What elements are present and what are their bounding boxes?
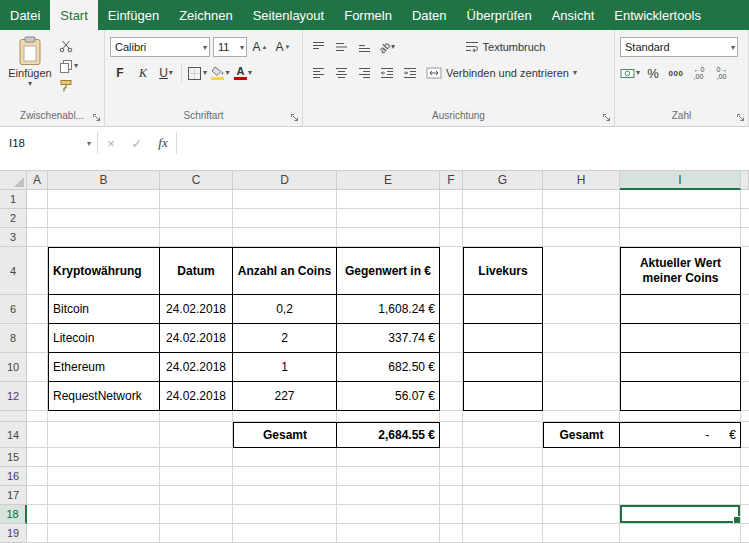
number-format-select[interactable]: Standard ▾	[620, 37, 738, 57]
percent-style-button[interactable]: %	[643, 62, 663, 84]
cell-E1[interactable]	[337, 190, 440, 209]
cell-F17[interactable]	[440, 486, 463, 505]
cell-A4[interactable]	[27, 247, 48, 295]
copy-button[interactable]: ▾	[59, 57, 79, 75]
name-box[interactable]: I18 ▾	[0, 131, 97, 155]
wrap-text-button[interactable]: Textumbruch	[462, 36, 549, 58]
column-header-H[interactable]: H	[543, 171, 620, 190]
cell-B18[interactable]	[48, 505, 160, 524]
cell-D6[interactable]: 0,2	[233, 295, 337, 324]
cell-E3[interactable]	[337, 228, 440, 247]
row-header-1[interactable]: 1	[0, 190, 27, 209]
row-header-12[interactable]: 12	[0, 382, 27, 411]
format-painter-button[interactable]	[59, 77, 79, 95]
cell-blank[interactable]	[741, 382, 749, 411]
cell-C12[interactable]: 24.02.2018	[160, 382, 233, 411]
cell-A3[interactable]	[27, 228, 48, 247]
cell-blank[interactable]	[741, 422, 749, 448]
font-size-select[interactable]: 11 ▾	[213, 37, 247, 57]
cell-I3[interactable]	[620, 228, 741, 247]
comma-style-button[interactable]: 000	[666, 62, 686, 84]
cell-G18[interactable]	[463, 505, 543, 524]
cell-G6[interactable]	[463, 295, 543, 324]
tab-datei[interactable]: Datei	[0, 0, 50, 30]
cell-H2[interactable]	[543, 209, 620, 228]
cell-C16[interactable]	[160, 467, 233, 486]
cell-D19[interactable]	[233, 524, 337, 543]
cell-B8[interactable]: Litecoin	[48, 324, 160, 353]
alignment-dialog-launcher[interactable]	[602, 113, 612, 123]
cell-F15[interactable]	[440, 448, 463, 467]
cell-B3[interactable]	[48, 228, 160, 247]
clipboard-dialog-launcher[interactable]	[92, 113, 102, 123]
column-header-I[interactable]: I	[620, 171, 741, 190]
font-name-select[interactable]: Calibri ▾	[110, 37, 210, 57]
cell-C1[interactable]	[160, 190, 233, 209]
cell-D16[interactable]	[233, 467, 337, 486]
align-center-button[interactable]	[331, 62, 351, 84]
cell-G15[interactable]	[463, 448, 543, 467]
cell-H4[interactable]	[543, 247, 620, 295]
cell-A17[interactable]	[27, 486, 48, 505]
cell-D8[interactable]: 2	[233, 324, 337, 353]
row-header-19[interactable]: 19	[0, 524, 27, 543]
cell-C15[interactable]	[160, 448, 233, 467]
cell-D1[interactable]	[233, 190, 337, 209]
cell-D17[interactable]	[233, 486, 337, 505]
cell-E2[interactable]	[337, 209, 440, 228]
cell-I18[interactable]	[620, 505, 741, 524]
align-right-button[interactable]	[354, 62, 374, 84]
cell-blank[interactable]	[741, 486, 749, 505]
cell-E17[interactable]	[337, 486, 440, 505]
cell-A6[interactable]	[27, 295, 48, 324]
tab-formeln[interactable]: Formeln	[334, 0, 402, 30]
cell-B4[interactable]: Kryptowährung	[48, 247, 160, 295]
cell-H15[interactable]	[543, 448, 620, 467]
insert-function-button[interactable]: fx	[150, 135, 176, 151]
cell-H3[interactable]	[543, 228, 620, 247]
fill-color-button[interactable]: ▾	[210, 62, 230, 84]
cell-A16[interactable]	[27, 467, 48, 486]
cell-D14[interactable]: Gesamt	[233, 422, 337, 448]
formula-input[interactable]	[177, 131, 749, 155]
column-header-B[interactable]: B	[48, 171, 160, 190]
cut-button[interactable]	[59, 37, 79, 55]
cell-A1[interactable]	[27, 190, 48, 209]
cell-B19[interactable]	[48, 524, 160, 543]
column-header-D[interactable]: D	[233, 171, 337, 190]
cell-blank[interactable]	[543, 411, 620, 422]
cell-C3[interactable]	[160, 228, 233, 247]
cell-G14[interactable]	[463, 422, 543, 448]
cell-I15[interactable]	[620, 448, 741, 467]
cell-I12[interactable]	[620, 382, 741, 411]
cell-blank[interactable]	[160, 411, 233, 422]
column-header-partial[interactable]	[741, 171, 749, 190]
cell-C10[interactable]: 24.02.2018	[160, 353, 233, 382]
cell-G8[interactable]	[463, 324, 543, 353]
cell-B6[interactable]: Bitcoin	[48, 295, 160, 324]
row-header-8[interactable]: 8	[0, 324, 27, 353]
cell-blank[interactable]	[48, 411, 160, 422]
cell-blank[interactable]	[440, 411, 463, 422]
cell-G2[interactable]	[463, 209, 543, 228]
column-header-G[interactable]: G	[463, 171, 543, 190]
row-header-2[interactable]: 2	[0, 209, 27, 228]
cell-E8[interactable]: 337.74 €	[337, 324, 440, 353]
decrease-decimal-button[interactable]: 0→,00	[712, 62, 732, 84]
increase-font-size-button[interactable]: A▲	[250, 36, 270, 58]
cell-I14[interactable]: - €	[620, 422, 741, 448]
row-header-hidden[interactable]	[0, 411, 27, 422]
align-middle-button[interactable]	[331, 36, 351, 58]
align-top-button[interactable]	[308, 36, 328, 58]
cell-H6[interactable]	[543, 295, 620, 324]
cell-H8[interactable]	[543, 324, 620, 353]
cell-blank[interactable]	[741, 190, 749, 209]
cell-I4[interactable]: Aktueller Wert meiner Coins	[620, 247, 741, 295]
cell-H10[interactable]	[543, 353, 620, 382]
row-header-15[interactable]: 15	[0, 448, 27, 467]
column-header-A[interactable]: A	[27, 171, 48, 190]
cell-H17[interactable]	[543, 486, 620, 505]
cell-I19[interactable]	[620, 524, 741, 543]
cell-G16[interactable]	[463, 467, 543, 486]
cell-blank[interactable]	[620, 411, 741, 422]
